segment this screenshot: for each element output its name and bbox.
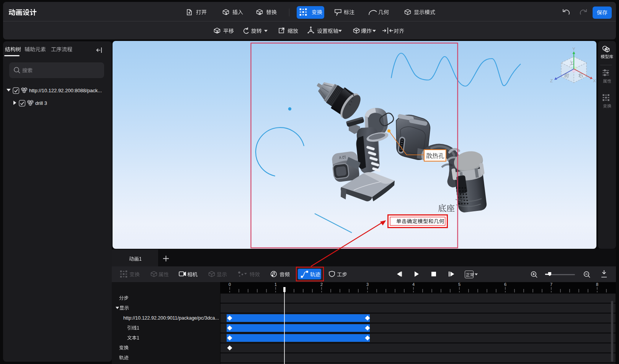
svg-text:4: 4: [412, 282, 415, 287]
svg-text:6: 6: [504, 282, 506, 287]
svg-text:2: 2: [320, 282, 323, 287]
svg-text:1: 1: [274, 282, 277, 287]
svg-text:8: 8: [596, 282, 598, 287]
svg-text:7: 7: [550, 282, 552, 287]
svg-text:0: 0: [229, 282, 231, 287]
svg-text:5: 5: [458, 282, 461, 287]
svg-text:3: 3: [366, 282, 369, 287]
